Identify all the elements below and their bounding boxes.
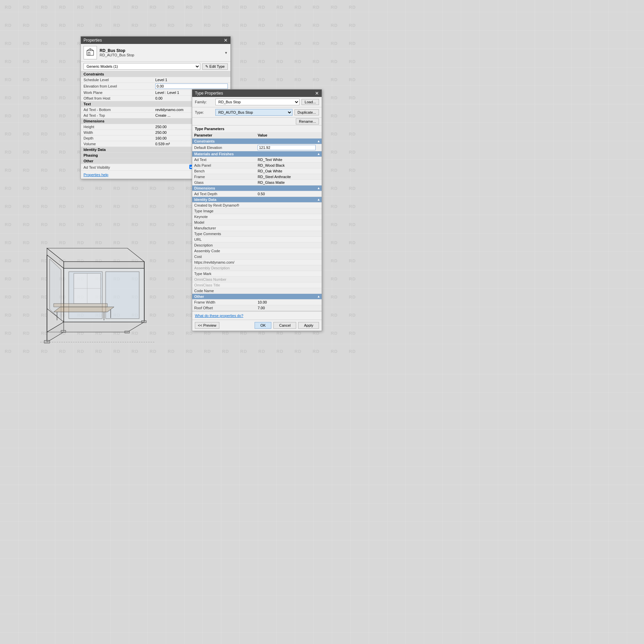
tp-ad-text-depth-label: Ad Text Depth bbox=[192, 191, 256, 197]
width-label: Width bbox=[81, 130, 153, 136]
tp-type-select[interactable]: RD_AUTO_Bus Stop bbox=[215, 109, 292, 116]
edit-icon: ✎ bbox=[205, 64, 208, 69]
tp-ad-text-depth-value: 0.50 bbox=[256, 191, 318, 197]
elevation-row: Elevation from Level bbox=[81, 83, 230, 90]
other-toggle[interactable]: ▲ bbox=[317, 294, 320, 298]
ad-text-top-label: Ad Text - Top bbox=[81, 113, 153, 118]
tp-family-select[interactable]: RD_Bus Stop bbox=[215, 99, 300, 105]
svg-rect-4 bbox=[88, 52, 90, 55]
tp-omniclass-num-row: OmniClass Number bbox=[192, 277, 322, 282]
svg-line-2 bbox=[90, 49, 94, 51]
svg-marker-19 bbox=[54, 307, 114, 312]
tp-apply-btn[interactable]: Apply bbox=[298, 322, 319, 329]
tp-identity-header: Identity Data ▲ bbox=[192, 197, 322, 203]
tp-help-link[interactable]: What do these properties do? bbox=[195, 314, 243, 318]
tp-assembly-desc-value bbox=[256, 265, 318, 271]
schedule-level-label: Schedule Level bbox=[81, 77, 153, 83]
tp-description-value bbox=[256, 243, 318, 248]
tp-roof-offset-row: Roof Offset 7.00 bbox=[192, 305, 322, 311]
tp-frame-width-value: 10.00 bbox=[256, 300, 318, 305]
constraints-header: Constraints bbox=[81, 71, 230, 77]
tp-preview-btn[interactable]: << Preview bbox=[195, 322, 219, 329]
tp-manufacturer-label: Manufacturer bbox=[192, 225, 256, 231]
offset-host-label: Offset from Host bbox=[81, 96, 153, 101]
tp-code-name-row: Code Name bbox=[192, 288, 322, 294]
svg-line-1 bbox=[87, 49, 90, 51]
type-props-titlebar: Type Properties ✕ bbox=[192, 90, 322, 97]
tp-code-name-value bbox=[256, 288, 318, 294]
family-type: RD_AUTO_Bus Stop bbox=[100, 53, 222, 57]
tp-default-elevation-row: Default Elevation bbox=[192, 144, 322, 151]
tp-omniclass-title-value bbox=[256, 282, 318, 288]
type-props-close-btn[interactable]: ✕ bbox=[315, 91, 319, 96]
properties-close-btn[interactable]: ✕ bbox=[224, 38, 228, 43]
tp-ok-btn[interactable]: OK bbox=[255, 322, 271, 329]
elevation-input[interactable] bbox=[155, 84, 228, 89]
bus-stop-sketch bbox=[20, 228, 154, 356]
properties-titlebar: Properties ✕ bbox=[81, 37, 230, 44]
tp-col-parameter: Parameter bbox=[192, 132, 256, 139]
tp-default-elevation-value[interactable] bbox=[256, 144, 318, 151]
tp-load-btn[interactable]: Load... bbox=[302, 99, 319, 105]
constraints-toggle[interactable]: ▲ bbox=[317, 139, 320, 143]
type-props-title: Type Properties bbox=[195, 91, 223, 96]
tp-ad-text-value: RD_Text White bbox=[256, 157, 318, 163]
tp-buttons-row: << Preview OK Cancel Apply bbox=[192, 320, 322, 331]
tp-rename-btn[interactable]: Rename... bbox=[296, 118, 319, 124]
tp-url-row: URL bbox=[192, 237, 322, 243]
edit-type-button[interactable]: ✎ Edit Type bbox=[202, 63, 228, 70]
tp-footer: What do these properties do? bbox=[192, 311, 322, 320]
tp-roof-offset-label: Roof Offset bbox=[192, 305, 256, 311]
svg-marker-24 bbox=[54, 304, 107, 307]
tp-col-header: Parameter Value bbox=[192, 132, 322, 139]
tp-ad-text-label: Ad Text bbox=[192, 157, 256, 163]
family-dropdown-arrow[interactable]: ▼ bbox=[224, 51, 228, 55]
tp-family-row: Family: RD_Bus Stop Load... bbox=[192, 97, 322, 107]
properties-header: RD_Bus Stop RD_AUTO_Bus Stop ▼ bbox=[81, 44, 230, 62]
tp-model-value bbox=[256, 220, 318, 225]
svg-rect-31 bbox=[142, 321, 146, 323]
dimensions-toggle[interactable]: ▲ bbox=[317, 186, 320, 190]
schedule-level-row: Schedule Level Level 1 bbox=[81, 77, 230, 83]
tp-model-label: Model bbox=[192, 220, 256, 225]
tp-omniclass-num-label: OmniClass Number bbox=[192, 277, 256, 282]
type-selector[interactable]: Generic Models (1) bbox=[84, 63, 200, 70]
identity-toggle[interactable]: ▲ bbox=[317, 198, 320, 201]
tp-url-label: URL bbox=[192, 237, 256, 243]
tp-frame-label: Frame bbox=[192, 174, 256, 180]
tp-revit-dynamo-label: Created by Revit Dynamo® bbox=[192, 203, 256, 208]
tp-default-elevation-input[interactable] bbox=[258, 145, 316, 150]
depth-label: Depth bbox=[81, 136, 153, 141]
tp-type-image-value bbox=[256, 208, 318, 214]
tp-ad-text-depth-row: Ad Text Depth 0.50 bbox=[192, 191, 322, 197]
tp-bench-row: Bench RD_Oak White bbox=[192, 168, 322, 174]
tp-omniclass-title-row: OmniClass Title bbox=[192, 282, 322, 288]
tp-roof-offset-value: 7.00 bbox=[256, 305, 318, 311]
materials-toggle[interactable]: ▲ bbox=[317, 152, 320, 156]
tp-content: Parameter Value Constraints ▲ Default El… bbox=[192, 132, 322, 311]
svg-rect-29 bbox=[44, 340, 50, 343]
tp-cost-label: Cost bbox=[192, 254, 256, 260]
schedule-level-value: Level 1 bbox=[153, 77, 230, 83]
tp-frame-width-row: Frame Width 10.00 bbox=[192, 300, 322, 305]
tp-revitdynamo-url-row: https://revitdynamo.com/ bbox=[192, 260, 322, 265]
tp-col-scroll-spacer bbox=[318, 132, 322, 139]
tp-bench-label: Bench bbox=[192, 168, 256, 174]
tp-duplicate-btn[interactable]: Duplicate... bbox=[294, 109, 319, 115]
tp-cost-row: Cost bbox=[192, 254, 322, 260]
tp-cancel-btn[interactable]: Cancel bbox=[273, 322, 296, 329]
tp-type-comments-label: Type Comments bbox=[192, 231, 256, 237]
elevation-value[interactable] bbox=[153, 83, 230, 90]
tp-keynote-value bbox=[256, 214, 318, 220]
family-name-block: RD_Bus Stop RD_AUTO_Bus Stop bbox=[100, 48, 222, 57]
tp-omniclass-num-value bbox=[256, 277, 318, 282]
tp-revitdynamo-url-label: https://revitdynamo.com/ bbox=[192, 260, 256, 265]
tp-assembly-code-row: Assembly Code bbox=[192, 248, 322, 254]
tp-frame-width-label: Frame Width bbox=[192, 300, 256, 305]
tp-manufacturer-row: Manufacturer bbox=[192, 225, 322, 231]
tp-ads-panel-row: Ads Panel RD_Wood Black bbox=[192, 163, 322, 168]
tp-description-label: Description bbox=[192, 243, 256, 248]
tp-url-value bbox=[256, 237, 318, 243]
tp-type-mark-label: Type Mark bbox=[192, 271, 256, 277]
tp-type-mark-row: Type Mark bbox=[192, 271, 322, 277]
